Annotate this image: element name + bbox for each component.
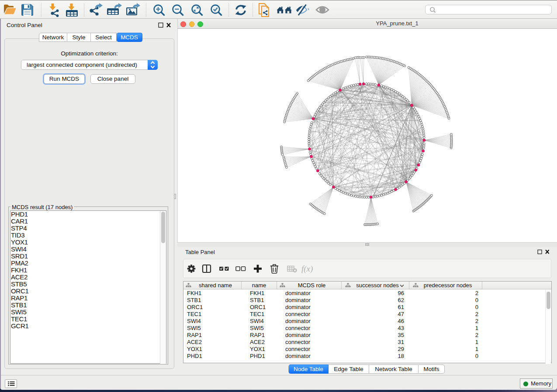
svg-text:f(x): f(x) [301,264,313,274]
